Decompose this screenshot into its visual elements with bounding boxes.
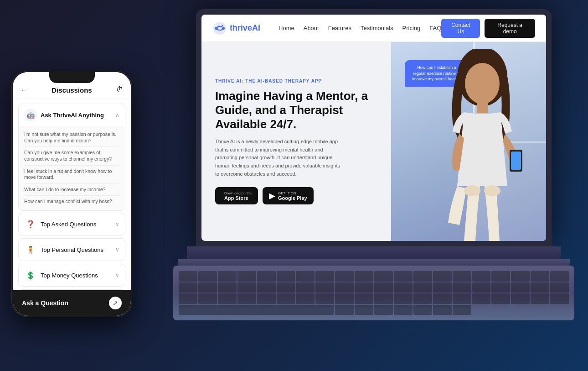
key (296, 271, 315, 282)
key (296, 282, 315, 293)
laptop: thriveAI Home About Features Testimonial… (187, 9, 561, 329)
back-button[interactable]: ← (20, 86, 27, 94)
key (394, 271, 413, 282)
top-personal-chevron: ∨ (115, 246, 119, 253)
top-money-chevron: ∨ (115, 272, 119, 278)
key (433, 271, 452, 282)
key (413, 271, 432, 282)
key (413, 305, 432, 315)
key (491, 282, 510, 293)
key (237, 271, 256, 282)
google-icon: ▶ (269, 191, 275, 201)
nav-about[interactable]: About (304, 25, 319, 31)
nav-testimonials[interactable]: Testimonials (361, 25, 393, 31)
key (315, 271, 334, 282)
laptop-base (187, 246, 561, 260)
laptop-keyboard (173, 266, 574, 320)
phone-notch (49, 72, 95, 83)
ask-question-item[interactable]: I feel stuck in a rut and don't know how… (24, 166, 119, 184)
ask-label: Ask ThriveAI Anything (41, 112, 112, 119)
ask-header[interactable]: 🤖 Ask ThriveAI Anything ∧ (19, 104, 125, 126)
category-top-money[interactable]: 💲 Top Money Questions ∨ (18, 264, 125, 287)
key (355, 293, 373, 304)
key (179, 305, 334, 315)
key (433, 293, 452, 304)
category-top-personal[interactable]: 🧍 Top Personal Questions ∨ (18, 238, 125, 261)
key (179, 293, 197, 304)
key (531, 282, 549, 293)
history-icon[interactable]: ⏱ (116, 86, 124, 94)
key (413, 293, 432, 304)
hero-section: THRIVE AI: THE AI-BASED THERAPY APP Imag… (201, 42, 546, 241)
ask-chevron: ∧ (115, 112, 119, 118)
key (374, 293, 393, 304)
key (511, 271, 530, 282)
category-top-asked-header[interactable]: ❓ Top Asked Questions ∨ (19, 213, 125, 235)
key (198, 293, 217, 304)
key (511, 293, 530, 304)
key (491, 271, 510, 282)
key (374, 282, 393, 293)
key (472, 271, 491, 282)
ask-question-button[interactable]: Ask a Question ↗ (13, 290, 131, 316)
phone-body: 🤖 Ask ThriveAI Anything ∧ I'm not sure w… (13, 99, 131, 316)
nav-features[interactable]: Features (328, 25, 351, 31)
key (453, 305, 471, 315)
key (453, 271, 471, 282)
key (550, 271, 569, 282)
woman-figure (423, 49, 542, 241)
ask-question-item[interactable]: How can I manage conflict with my boss? (24, 196, 119, 208)
key (315, 282, 334, 293)
ask-question-item[interactable]: I'm not sure what my passion or purpose … (24, 129, 119, 147)
top-asked-chevron: ∨ (115, 221, 119, 227)
top-personal-icon: 🧍 (24, 243, 37, 256)
ask-thrive-section: 🤖 Ask ThriveAI Anything ∧ I'm not sure w… (18, 104, 125, 211)
hero-image: How can I establish a regular exercise r… (391, 42, 546, 241)
ask-question-item[interactable]: What can I do to increase my income? (24, 184, 119, 196)
key (453, 282, 471, 293)
appstore-button[interactable]: Download on the App Store (215, 187, 258, 204)
key (277, 282, 295, 293)
photo-overlay: How can I establish a regular exercise r… (391, 42, 546, 241)
logo-icon (212, 21, 227, 36)
key (550, 282, 569, 293)
ask-icon: 🤖 (24, 109, 37, 121)
svg-point-9 (484, 185, 500, 196)
key (257, 271, 276, 282)
key (335, 271, 354, 282)
category-top-asked[interactable]: ❓ Top Asked Questions ∨ (18, 213, 125, 235)
key (277, 271, 295, 282)
key (374, 305, 393, 315)
laptop-navbar: thriveAI Home About Features Testimonial… (201, 15, 546, 42)
key (335, 282, 354, 293)
googleplay-text: GET IT ON Google Play (278, 191, 307, 201)
top-money-label: Top Money Questions (41, 272, 112, 279)
svg-point-4 (465, 63, 500, 104)
hero-tag: THRIVE AI: THE AI-BASED THERAPY APP (215, 78, 377, 84)
googleplay-button[interactable]: ▶ GET IT ON Google Play (263, 187, 314, 204)
key (511, 282, 530, 293)
nav-home[interactable]: Home (279, 25, 294, 31)
key (453, 293, 471, 304)
top-asked-label: Top Asked Questions (41, 221, 112, 228)
key (237, 293, 256, 304)
key (413, 282, 432, 293)
svg-point-8 (464, 185, 480, 196)
nav-faq[interactable]: FAQ (429, 25, 441, 31)
key (237, 282, 256, 293)
demo-button[interactable]: Request a demo (485, 19, 535, 38)
key (394, 282, 413, 293)
category-top-personal-header[interactable]: 🧍 Top Personal Questions ∨ (19, 239, 125, 261)
store-buttons: Download on the App Store ▶ GET IT ON Go… (215, 187, 377, 204)
hero-description: Thrive AI is a newly developed cutting-e… (215, 138, 343, 178)
ask-question-item[interactable]: Can you give me some examples of constru… (24, 147, 119, 165)
key (394, 305, 413, 315)
logo: thriveAI (212, 21, 260, 36)
ask-question-btn-icon: ↗ (109, 297, 122, 309)
key (355, 271, 373, 282)
nav-pricing[interactable]: Pricing (402, 25, 421, 31)
ask-question-btn-label: Ask a Question (22, 299, 68, 307)
contact-button[interactable]: Contact Us (441, 19, 480, 38)
key (179, 282, 197, 293)
category-top-money-header[interactable]: 💲 Top Money Questions ∨ (19, 264, 125, 286)
